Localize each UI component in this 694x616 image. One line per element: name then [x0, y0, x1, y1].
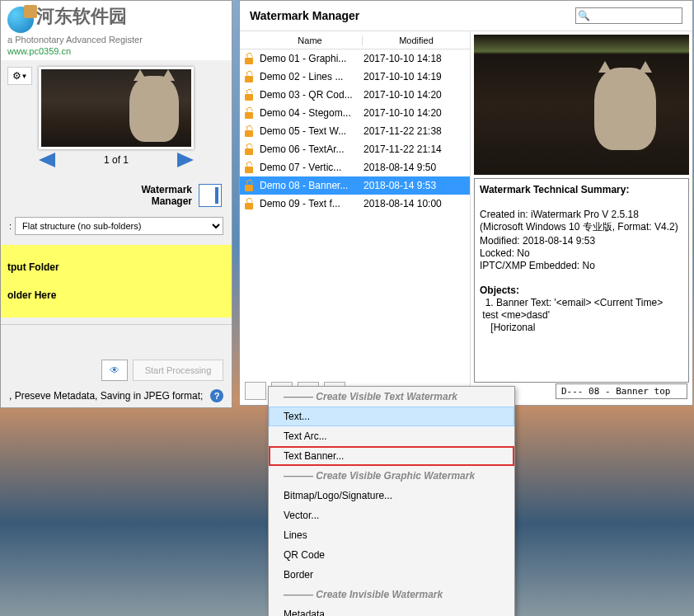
- menu-text-banner[interactable]: Text Banner...: [269, 446, 514, 466]
- watermark-row[interactable]: Demo 08 - Banner...2018-08-14 9:53: [240, 176, 470, 195]
- menu-metadata[interactable]: Metadata...: [269, 604, 514, 616]
- column-name[interactable]: Name: [258, 35, 363, 45]
- technical-summary: Watermark Technical Summary: Created in:…: [474, 178, 689, 383]
- watermark-name: Demo 04 - Stegom...: [260, 107, 363, 119]
- thumbnail-area: ⚙ ▼ 1 of 1: [1, 60, 232, 174]
- watermark-name: Demo 05 - Text W...: [260, 125, 363, 137]
- watermark-modified: 2017-10-10 14:20: [363, 107, 467, 119]
- menu-header-visible-graphic: Create Visible Graphic Watermark: [269, 466, 514, 486]
- watermark-modified: 2018-08-14 9:53: [363, 180, 467, 191]
- lock-open-icon: [243, 198, 256, 209]
- preview-button[interactable]: 👁: [101, 360, 128, 381]
- watermark-list: Name Modified Demo 01 - Graphi...2017-10…: [240, 31, 471, 386]
- watermark-manager-icon[interactable]: [199, 184, 222, 207]
- watermark-name: Demo 02 - Lines ...: [260, 71, 363, 82]
- watermark-manager-label: Watermark Manager: [141, 184, 192, 207]
- gear-icon: ⚙: [12, 70, 21, 82]
- cat-preview: [129, 76, 179, 142]
- divider: [1, 324, 232, 325]
- watermark-row[interactable]: Demo 06 - TextAr...2017-11-22 21:14: [240, 140, 470, 158]
- site-url: www.pc0359.cn: [7, 46, 225, 56]
- lock-open-icon: [243, 89, 256, 101]
- menu-bitmap[interactable]: Bitmap/Logo/Signature...: [269, 486, 514, 505]
- logo-area: 河东软件园 a Photonotary Advanced Register ww…: [1, 1, 232, 60]
- watermark-manager-panel: Watermark Manager 🔍 Name Modified Demo 0…: [239, 0, 693, 406]
- watermark-modified: 2017-11-22 21:38: [363, 125, 467, 137]
- left-panel: 河东软件园 a Photonotary Advanced Register ww…: [0, 0, 232, 408]
- lock-open-icon: [243, 180, 256, 191]
- watermark-modified: 2018-08-14 9:50: [363, 162, 467, 173]
- lock-open-icon: [243, 107, 256, 119]
- watermark-modified: 2017-10-10 14:20: [363, 89, 467, 101]
- watermark-modified: 2017-10-10 14:19: [363, 71, 467, 82]
- watermark-row[interactable]: Demo 02 - Lines ...2017-10-10 14:19: [240, 68, 470, 86]
- dropdown-icon: ▼: [21, 73, 28, 80]
- image-counter: 1 of 1: [104, 154, 129, 166]
- preview-area: Watermark Technical Summary: Created in:…: [471, 31, 692, 386]
- create-watermark-menu: Create Visible Text Watermark Text... Te…: [268, 386, 515, 616]
- watermark-row[interactable]: Demo 09 - Text f...2018-08-14 10:00: [240, 195, 470, 213]
- thumbnail-image[interactable]: [39, 67, 194, 149]
- menu-lines[interactable]: Lines: [269, 525, 514, 545]
- watermark-row[interactable]: Demo 07 - Vertic...2018-08-14 9:50: [240, 158, 470, 176]
- menu-text-arc[interactable]: Text Arc...: [269, 426, 514, 446]
- gear-button[interactable]: ⚙ ▼: [7, 67, 32, 85]
- content-area: Name Modified Demo 01 - Graphi...2017-10…: [240, 31, 692, 386]
- watermark-modified: 2017-11-22 21:14: [363, 143, 467, 155]
- start-processing-button[interactable]: Start Processing: [133, 360, 223, 381]
- lock-open-icon: [243, 53, 256, 64]
- menu-header-visible-text: Create Visible Text Watermark: [269, 387, 514, 407]
- output-folder-text2: older Here: [7, 289, 225, 301]
- watermark-name: Demo 07 - Vertic...: [260, 162, 363, 173]
- toolbar-btn-1[interactable]: [245, 382, 266, 400]
- lock-open-icon: [243, 71, 256, 82]
- column-modified[interactable]: Modified: [363, 35, 470, 45]
- output-folder-box[interactable]: tput Folder older Here: [1, 245, 232, 317]
- output-folder-text1: tput Folder: [7, 261, 225, 273]
- thumbnail-frame: 1 of 1: [39, 67, 194, 167]
- search-icon: 🔍: [576, 10, 591, 21]
- watermark-manager-button-row: Watermark Manager: [1, 179, 232, 212]
- watermark-modified: 2017-10-10 14:18: [363, 53, 467, 64]
- selected-watermark-label: D--- 08 - Banner top: [556, 383, 687, 399]
- help-icon[interactable]: ?: [210, 389, 223, 402]
- watermark-name: Demo 03 - QR Cod...: [260, 89, 363, 101]
- list-header: Name Modified: [240, 31, 470, 49]
- watermark-row[interactable]: Demo 01 - Graphi...2017-10-10 14:18: [240, 49, 470, 68]
- watermark-row[interactable]: Demo 03 - QR Cod...2017-10-10 14:20: [240, 86, 470, 104]
- structure-row: : Flat structure (no sub-folders): [1, 212, 232, 240]
- process-row: 👁 Start Processing: [1, 356, 232, 384]
- panel-header: Watermark Manager 🔍: [240, 1, 692, 31]
- panel-title: Watermark Manager: [250, 9, 359, 22]
- structure-label-colon: :: [9, 221, 12, 231]
- site-name: 河东软件园: [36, 6, 127, 26]
- watermark-preview: [474, 35, 689, 175]
- search-box[interactable]: 🔍: [575, 7, 682, 24]
- preview-cat: [594, 68, 656, 150]
- structure-select[interactable]: Flat structure (no sub-folders): [15, 217, 223, 235]
- eye-icon: 👁: [110, 364, 120, 376]
- lock-open-icon: [243, 162, 256, 173]
- menu-vector[interactable]: Vector...: [269, 505, 514, 525]
- watermark-row[interactable]: Demo 05 - Text W...2017-11-22 21:38: [240, 122, 470, 140]
- menu-border[interactable]: Border: [269, 565, 514, 585]
- watermark-modified: 2018-08-14 10:00: [363, 198, 467, 209]
- watermark-name: Demo 09 - Text f...: [260, 198, 363, 209]
- thumbnail-nav: 1 of 1: [39, 153, 194, 167]
- status-text: , Preseve Metadata, Saving in JPEG forma…: [9, 390, 203, 402]
- watermark-row[interactable]: Demo 04 - Stegom...2017-10-10 14:20: [240, 104, 470, 122]
- top-menu[interactable]: a Photonotary Advanced Register: [7, 35, 225, 45]
- lock-open-icon: [243, 143, 256, 155]
- lock-open-icon: [243, 125, 256, 137]
- menu-qr[interactable]: QR Code: [269, 545, 514, 565]
- menu-text[interactable]: Text...: [269, 407, 514, 426]
- watermark-name: Demo 01 - Graphi...: [260, 53, 363, 64]
- menu-header-invisible: Create Invisible Watermark: [269, 585, 514, 604]
- next-arrow[interactable]: [177, 153, 194, 167]
- watermark-name: Demo 06 - TextAr...: [260, 143, 363, 155]
- watermark-name: Demo 08 - Banner...: [260, 180, 363, 191]
- prev-arrow[interactable]: [39, 153, 55, 167]
- status-row: , Preseve Metadata, Saving in JPEG forma…: [1, 384, 232, 407]
- logo-icon: [7, 7, 34, 33]
